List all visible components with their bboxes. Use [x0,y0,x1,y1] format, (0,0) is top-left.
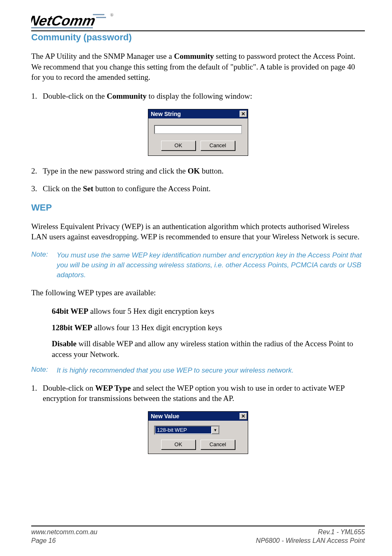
dialog-new-string: New String ✕ OK Cancel [148,109,248,156]
cancel-button[interactable]: Cancel [201,440,235,449]
footer-rev: Rev.1 - YML655 [256,528,365,537]
section-title-community: Community (password) [31,32,365,43]
step-number: 2. [31,166,43,176]
svg-rect-3 [31,27,93,28]
wep-type-64: 64bit WEP allows four 5 Hex digit encryp… [52,306,365,317]
community-intro: The AP Utility and the SNMP Manager use … [31,51,365,83]
note-1: Note: You must use the same WEP key iden… [31,250,365,280]
note-2: Note: It is highly recommended that you … [31,366,365,375]
note-body: It is highly recommended that you use WE… [57,366,365,375]
step-body: Double-click on WEP Type and select the … [43,383,365,404]
dialog-title-text: New Value [151,413,179,419]
registered-mark: ® [110,12,113,17]
note-label: Note: [31,366,57,375]
footer-product: NP6800 - Wireless LAN Access Point [256,536,365,545]
close-icon[interactable]: ✕ [240,111,247,117]
ok-button[interactable]: OK [161,440,196,449]
footer-page: Page 16 [31,536,97,545]
step-number: 1. [31,383,43,404]
section-title-wep: WEP [31,202,365,213]
svg-rect-1 [93,14,104,15]
step-1: 1. Double-click on the Community to disp… [31,91,365,102]
ok-button[interactable]: OK [161,141,196,151]
select-value: 128-bit WEP [155,426,211,433]
wep-type-128: 128bit WEP allows four 13 Hex digit encr… [52,322,365,333]
step-3: 3. Click on the Set button to configure … [31,183,365,194]
cancel-button[interactable]: Cancel [201,141,235,151]
wep-type-disable: Disable will disable WEP and allow any w… [52,338,365,359]
dialog-new-value: New Value ✕ 128-bit WEP ▼ OK Cancel [148,411,248,454]
step-body: Type in the new password string and clic… [43,166,365,176]
brand-logo: NetComm ® [31,12,365,31]
dialog-titlebar[interactable]: New String ✕ [148,109,248,118]
string-input[interactable] [154,125,242,134]
wep-type-select[interactable]: 128-bit WEP ▼ [154,426,220,435]
wep-types-intro: The following WEP types are available: [31,287,365,298]
svg-text:NetComm: NetComm [31,13,97,28]
close-icon[interactable]: ✕ [240,413,247,419]
netcomm-logo: NetComm [31,12,109,31]
dialog-title-text: New String [151,111,181,117]
chevron-down-icon[interactable]: ▼ [212,426,219,434]
step-2: 2. Type in the new password string and c… [31,166,365,176]
note-label: Note: [31,250,57,280]
svg-rect-2 [96,17,106,18]
dialog-titlebar[interactable]: New Value ✕ [148,412,248,421]
page-footer: www.netcomm.com.au Page 16 Rev.1 - YML65… [31,528,365,545]
footer-url: www.netcomm.com.au [31,528,97,537]
step-number: 1. [31,91,43,102]
wep-intro: Wireless Equivalent Privacy (WEP) is an … [31,221,365,242]
step-number: 3. [31,183,43,194]
step-body: Click on the Set button to configure the… [43,183,365,194]
note-body: You must use the same WEP key identifica… [57,250,365,280]
footer-rule [31,526,365,526]
wep-step-1: 1. Double-click on WEP Type and select t… [31,383,365,404]
step-body: Double-click on the Community to display… [43,91,365,102]
